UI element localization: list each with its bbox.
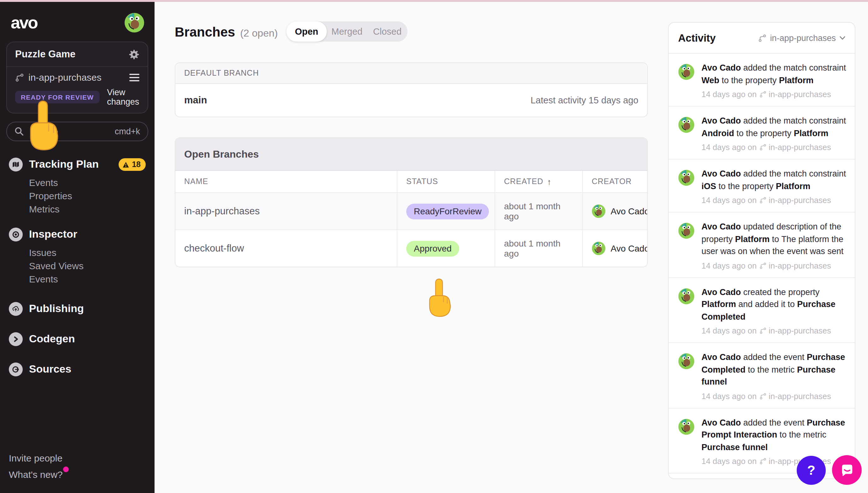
issues-warning-badge[interactable]: 18 xyxy=(119,158,146,171)
activity-branch-name: in-app-purchases xyxy=(770,33,836,43)
activity-timestamp: 14 days ago on in-app-purchases xyxy=(701,326,848,336)
warning-triangle-icon xyxy=(122,161,129,168)
table-header-row: NAME STATUS CREATED↑ CREATOR xyxy=(175,171,647,193)
activity-item[interactable]: Avo Cado added the match constraint Web … xyxy=(669,53,855,107)
avo-logo[interactable]: avo xyxy=(11,13,37,32)
activity-title: Activity xyxy=(678,32,716,44)
whats-new-link[interactable]: What's new? xyxy=(9,467,69,483)
chevron-right-icon xyxy=(9,332,23,346)
sidebar: avo Puzzle Game xyxy=(0,0,154,493)
search-icon xyxy=(15,127,24,136)
tab-merged[interactable]: Merged xyxy=(327,21,367,42)
actor-avatar xyxy=(678,353,695,369)
avocado-avatar-image xyxy=(678,222,695,239)
activity-item[interactable]: Avo Cado added the event Purchase Comple… xyxy=(669,343,855,408)
branch-name: checkout-flow xyxy=(184,243,244,254)
help-button[interactable]: ? xyxy=(797,456,826,485)
activity-text: Avo Cado added the match constraint Web … xyxy=(701,62,848,86)
git-branch-icon xyxy=(758,34,766,42)
branch-table-row[interactable]: in-app-purchases ReadyForReview about 1 … xyxy=(175,193,647,230)
inspector-target-icon xyxy=(9,228,23,241)
chat-bubble-icon xyxy=(839,462,855,478)
avocado-avatar-image xyxy=(678,116,695,133)
activity-item[interactable]: Avo Cado added the event Purchase 14 day… xyxy=(669,473,855,479)
git-branch-icon xyxy=(759,392,766,400)
main-content: Branches (2 open) Open Merged Closed DEF… xyxy=(154,2,868,493)
codegen-label: Codegen xyxy=(29,333,146,345)
avocado-avatar-image xyxy=(678,418,695,435)
tab-open[interactable]: Open xyxy=(286,21,327,42)
status-badge: Approved xyxy=(406,240,459,256)
latest-activity-text: Latest activity 15 days ago xyxy=(531,95,638,105)
activity-timestamp: 14 days ago on in-app-purchases xyxy=(701,89,848,99)
git-branch-icon xyxy=(759,458,766,465)
branch-filter-tabs: Open Merged Closed xyxy=(286,21,408,42)
git-branch-icon xyxy=(15,73,24,82)
avocado-avatar-image xyxy=(678,64,695,80)
top-accent-strip xyxy=(0,0,868,2)
actor-avatar xyxy=(678,222,695,239)
page-title: Branches xyxy=(175,25,235,40)
default-branch-name: main xyxy=(184,94,207,106)
git-branch-icon xyxy=(759,327,766,334)
branch-table-row[interactable]: checkout-flow Approved about 1 month ago… xyxy=(175,230,647,267)
sidebar-item-inspector-events[interactable]: Events xyxy=(29,272,146,285)
warning-count: 18 xyxy=(132,160,141,169)
tracking-plan-label: Tracking Plan xyxy=(29,158,112,171)
sidebar-item-tracking-plan[interactable]: Tracking Plan 18 xyxy=(9,157,146,171)
created-time: about 1 month ago xyxy=(504,201,573,221)
pointer-hand-cursor xyxy=(425,278,453,318)
git-branch-icon xyxy=(759,197,766,203)
branch-name: in-app-purchases xyxy=(184,206,260,217)
sidebar-item-events[interactable]: Events xyxy=(29,176,146,189)
sidebar-item-metrics[interactable]: Metrics xyxy=(29,202,146,216)
sidebar-item-properties[interactable]: Properties xyxy=(29,189,146,202)
column-status: STATUS xyxy=(397,171,495,192)
tab-closed[interactable]: Closed xyxy=(367,21,408,42)
sidebar-item-inspector[interactable]: Inspector xyxy=(9,228,146,241)
activity-item[interactable]: Avo Cado updated description of the prop… xyxy=(669,212,855,278)
publishing-label: Publishing xyxy=(29,303,146,315)
invite-people-link[interactable]: Invite people xyxy=(9,450,69,467)
git-branch-icon xyxy=(759,91,766,98)
sidebar-item-saved-views[interactable]: Saved Views xyxy=(29,259,146,272)
current-branch-selector[interactable]: in-app-purchases xyxy=(15,72,139,83)
activity-text: Avo Cado updated description of the prop… xyxy=(701,221,848,258)
actor-avatar xyxy=(678,64,695,80)
view-changes-link[interactable]: View changes xyxy=(107,88,139,107)
chevron-down-icon xyxy=(840,36,845,40)
sidebar-item-publishing[interactable]: Publishing xyxy=(9,302,146,316)
branch-menu-icon[interactable] xyxy=(129,73,139,81)
creator-avatar xyxy=(592,241,605,255)
activity-item[interactable]: Avo Cado added the match constraint iOS … xyxy=(669,159,855,212)
whats-new-notification-dot xyxy=(63,467,69,472)
activity-text: Avo Cado added the match constraint Andr… xyxy=(701,115,848,139)
activity-item[interactable]: Avo Cado created the property Platform a… xyxy=(669,278,855,343)
activity-branch-filter[interactable]: in-app-purchases xyxy=(758,33,845,43)
activity-text: Avo Cado added the event Purchase Comple… xyxy=(701,351,848,388)
sidebar-item-sources[interactable]: Sources xyxy=(9,363,146,377)
sort-ascending-icon: ↑ xyxy=(547,177,552,186)
user-avatar[interactable] xyxy=(124,13,144,33)
activity-feed: Avo Cado added the match constraint Web … xyxy=(669,53,855,479)
sidebar-item-codegen[interactable]: Codegen xyxy=(9,332,146,346)
default-branch-header: DEFAULT BRANCH xyxy=(175,63,647,84)
sidebar-item-issues[interactable]: Issues xyxy=(29,246,146,259)
sources-label: Sources xyxy=(29,363,146,376)
map-icon xyxy=(9,157,23,171)
workspace-name[interactable]: Puzzle Game xyxy=(15,48,75,60)
activity-item[interactable]: Avo Cado added the match constraint Andr… xyxy=(669,107,855,159)
branch-table-body: in-app-purchases ReadyForReview about 1 … xyxy=(175,193,647,267)
actor-avatar xyxy=(678,170,695,186)
creator-name: Avo Cado xyxy=(611,243,647,253)
search-shortcut: cmd+k xyxy=(115,127,140,136)
chat-intercom-button[interactable] xyxy=(832,455,862,485)
default-branch-row[interactable]: main Latest activity 15 days ago xyxy=(175,84,647,116)
activity-item[interactable]: Avo Cado added the event Purchase Prompt… xyxy=(669,408,855,473)
open-branch-count: (2 open) xyxy=(240,28,277,39)
activity-text: Avo Cado added the match constraint iOS … xyxy=(701,168,848,192)
column-created-sort[interactable]: CREATED↑ xyxy=(495,171,583,192)
gear-icon[interactable] xyxy=(129,49,139,60)
column-name: NAME xyxy=(175,171,397,192)
avocado-avatar-image xyxy=(124,13,144,33)
